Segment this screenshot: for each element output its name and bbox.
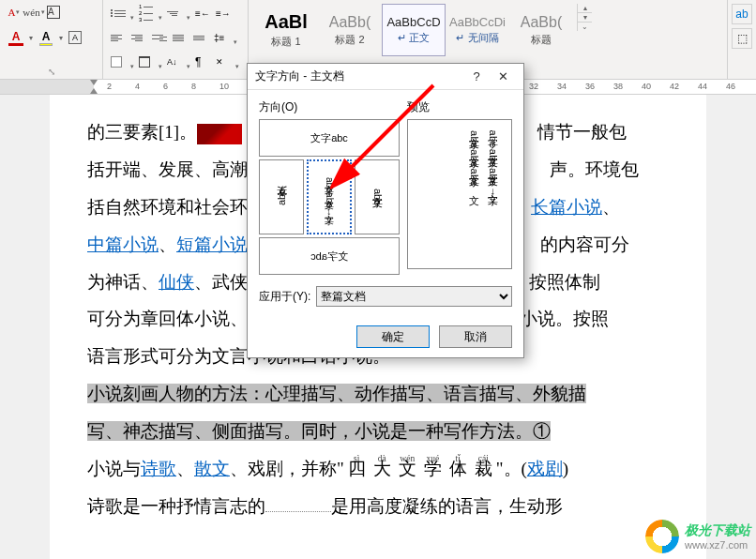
show-marks-button[interactable]: ¶ bbox=[193, 53, 212, 71]
decrease-indent-button[interactable]: ≡← bbox=[193, 4, 212, 23]
gallery-down[interactable]: ▾ bbox=[578, 13, 592, 23]
link[interactable]: 中篇小说 bbox=[87, 234, 159, 254]
replace-button[interactable]: ab bbox=[732, 4, 752, 24]
style-gallery: AaBl标题 1AaBb(标题 2AaBbCcD↵ 正文AaBbCcDi↵ 无间… bbox=[254, 4, 573, 56]
preview-label: 预览 bbox=[407, 99, 512, 115]
link[interactable]: 短篇小说 bbox=[176, 234, 248, 254]
link[interactable]: 散文 bbox=[194, 459, 230, 478]
gallery-up[interactable]: ▴ bbox=[578, 4, 592, 13]
direction-vertical-selected[interactable]: 文字abc文字abc文字→ bbox=[307, 159, 352, 234]
apply-to-label: 应用于(Y): bbox=[259, 289, 310, 305]
align-right-button[interactable] bbox=[150, 28, 169, 47]
orientation-label: 方向(O) bbox=[259, 99, 400, 115]
highlight-button[interactable]: A bbox=[36, 27, 56, 48]
multilevel-button[interactable] bbox=[165, 4, 191, 23]
inline-image[interactable] bbox=[197, 124, 242, 144]
style-item[interactable]: AaBbCcDi↵ 无间隔 bbox=[446, 4, 509, 56]
font-color-button[interactable]: A bbox=[6, 27, 26, 48]
watermark-title: 极光下载站 bbox=[685, 522, 750, 537]
cancel-button[interactable]: 取消 bbox=[439, 325, 512, 348]
font-launcher[interactable]: ⤡ bbox=[48, 67, 55, 77]
link[interactable]: 戏剧 bbox=[527, 459, 563, 478]
editing-group: ab ⬚ bbox=[728, 0, 756, 79]
style-item[interactable]: AaBbCcD↵ 正文 bbox=[382, 4, 446, 56]
help-button[interactable]: ? bbox=[463, 66, 490, 88]
style-item[interactable]: AaBb(标题 bbox=[509, 4, 573, 56]
text-effects-button[interactable]: wén bbox=[25, 4, 42, 21]
preview-box: 文字abc文字abc文字abc文 字abc文字abc文字abc文字→ bbox=[407, 119, 512, 269]
hanging-indent-marker[interactable] bbox=[90, 88, 98, 94]
text-direction-dialog: 文字方向 - 主文档 ? ✕ 方向(O) 文字abc 文字abc 文字abc文字… bbox=[247, 63, 524, 358]
char-shading-button[interactable]: A bbox=[66, 27, 84, 48]
asian-layout-button[interactable]: ✕ bbox=[214, 53, 240, 71]
bullets-button[interactable] bbox=[109, 4, 135, 23]
borders-button[interactable] bbox=[137, 53, 163, 71]
increase-indent-button[interactable]: ≡→ bbox=[214, 4, 233, 23]
char-border-button[interactable]: A bbox=[45, 4, 62, 21]
gallery-more[interactable]: ⌄ bbox=[578, 23, 592, 31]
dialog-titlebar[interactable]: 文字方向 - 主文档 ? ✕ bbox=[248, 64, 523, 90]
direction-vertical-ltr[interactable]: 文字abc bbox=[355, 159, 400, 234]
close-button[interactable]: ✕ bbox=[490, 66, 516, 88]
sort-button[interactable]: A↓ bbox=[165, 53, 191, 71]
font-group: A wén A A ▾ A ▾ A ⤡ bbox=[0, 0, 103, 79]
apply-to-select[interactable]: 整篇文档 bbox=[316, 286, 512, 307]
select-button[interactable]: ⬚ bbox=[732, 28, 752, 49]
link[interactable]: 仙侠 bbox=[159, 272, 194, 292]
paragraph-group: 123 ≡← ≡→ ‡≡ A↓ ¶ ✕ 段落 ⤡ bbox=[103, 0, 249, 79]
first-line-indent-marker[interactable] bbox=[90, 80, 98, 85]
align-left-button[interactable] bbox=[109, 28, 128, 47]
link[interactable]: 长篇小说 bbox=[531, 197, 602, 217]
ok-button[interactable]: 确定 bbox=[356, 325, 430, 348]
direction-rotated[interactable]: 文字abc bbox=[259, 237, 400, 275]
direction-horizontal[interactable]: 文字abc bbox=[259, 119, 400, 157]
link[interactable]: 诗歌 bbox=[141, 459, 176, 478]
style-item[interactable]: AaBb(标题 2 bbox=[318, 4, 382, 56]
justify-button[interactable] bbox=[171, 28, 189, 47]
site-watermark: 极光下载站 www.xz7.com bbox=[645, 520, 750, 553]
align-center-button[interactable] bbox=[129, 28, 148, 47]
distribute-button[interactable] bbox=[191, 28, 210, 47]
watermark-url: www.xz7.com bbox=[685, 539, 750, 551]
style-item[interactable]: AaBl标题 1 bbox=[254, 4, 318, 56]
shading-button[interactable] bbox=[109, 53, 135, 71]
numbering-button[interactable]: 123 bbox=[137, 4, 163, 23]
phonetic-guide-button[interactable]: A bbox=[6, 4, 23, 21]
watermark-logo-icon bbox=[645, 520, 679, 553]
direction-options: 文字abc 文字abc 文字abc文字abc文字→ 文字abc 文字abc bbox=[259, 119, 400, 275]
dialog-title: 文字方向 - 主文档 bbox=[255, 68, 463, 84]
direction-vertical-rtl[interactable]: 文字abc bbox=[259, 159, 304, 234]
line-spacing-button[interactable]: ‡≡ bbox=[212, 28, 238, 47]
